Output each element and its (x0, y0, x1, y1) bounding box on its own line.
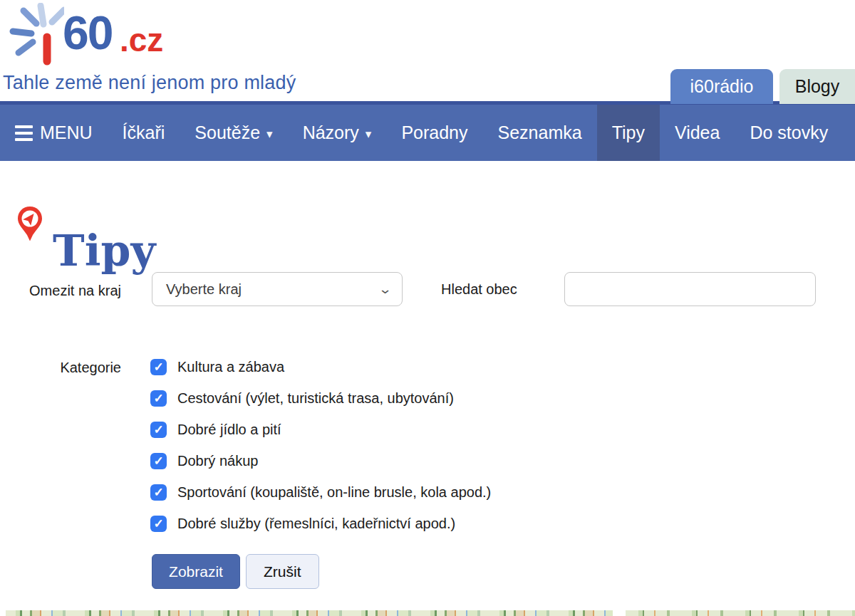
chevron-down-icon: ▾ (266, 127, 273, 142)
category-label: Dobré jídlo a pití (177, 421, 281, 438)
category-label: Sportování (koupaliště, on-line brusle, … (177, 484, 491, 501)
town-label: Hledat obec (441, 281, 517, 298)
category-row[interactable]: ✓ Dobré služby (řemeslníci, kadeřnictví … (150, 515, 491, 532)
main-navigation: MENU Íčkaři Soutěže ▾ Názory ▾ Poradny S… (0, 101, 855, 161)
nav-item-nazory[interactable]: Názory ▾ (288, 105, 387, 161)
nav-item-label: Seznamka (498, 122, 582, 143)
nav-item-poradny[interactable]: Poradny (386, 105, 482, 161)
site-tagline: Tahle země není jenom pro mladý (3, 72, 296, 94)
map-thumbnail-strip-right (626, 610, 855, 616)
category-row[interactable]: ✓ Dobrý nákup (150, 452, 491, 469)
hamburger-icon (15, 125, 33, 141)
checkbox-checked-icon[interactable]: ✓ (150, 484, 167, 501)
category-label: Cestování (výlet, turistická trasa, ubyt… (177, 390, 454, 407)
page: 60 .cz Tahle země není jenom pro mladý i… (0, 0, 855, 616)
category-label: Dobré služby (řemeslníci, kadeřnictví ap… (177, 515, 455, 532)
logo-text-60: 60 (63, 4, 112, 61)
nav-item-label: MENU (40, 122, 93, 143)
checkbox-checked-icon[interactable]: ✓ (150, 422, 167, 438)
page-title: Tipy (53, 225, 155, 276)
map-thumbnail-strip-left (6, 610, 613, 616)
nav-item-label: Poradny (401, 122, 467, 143)
nav-item-label: Do stovky (750, 122, 828, 143)
nav-item-videa[interactable]: Videa (660, 105, 735, 161)
nav-item-ickari[interactable]: Íčkaři (108, 105, 180, 161)
category-row[interactable]: ✓ Kultura a zábava (150, 358, 491, 375)
starburst-icon (6, 3, 64, 66)
checkbox-checked-icon[interactable]: ✓ (150, 516, 167, 532)
nav-item-seznamka[interactable]: Seznamka (483, 105, 597, 161)
categories-label: Kategorie (27, 360, 121, 376)
chevron-down-icon: ▾ (366, 127, 372, 142)
nav-item-tipy[interactable]: Tipy (597, 105, 660, 161)
category-row[interactable]: ✓ Sportování (koupaliště, on-line brusle… (150, 484, 491, 501)
logo-text-cz: .cz (120, 19, 163, 61)
chevron-down-icon: ⌄ (378, 281, 393, 297)
form-actions: Zobrazit Zrušit (152, 554, 319, 589)
nav-item-do-stovky[interactable]: Do stovky (735, 105, 843, 161)
region-select[interactable]: Vyberte kraj ⌄ (152, 272, 403, 306)
nav-item-menu[interactable]: MENU (0, 105, 108, 161)
checkbox-checked-icon[interactable]: ✓ (150, 453, 167, 469)
site-logo[interactable]: 60 .cz (6, 3, 184, 66)
nav-item-label: Názory (303, 122, 359, 143)
region-label: Omezit na kraj (27, 279, 121, 302)
nav-item-label: Videa (675, 122, 720, 143)
checkbox-checked-icon[interactable]: ✓ (150, 359, 167, 375)
category-list: ✓ Kultura a zábava ✓ Cestování (výlet, t… (150, 358, 491, 546)
category-label: Dobrý nákup (177, 452, 258, 469)
nav-item-label: Soutěže (195, 122, 260, 143)
town-search-input[interactable] (564, 272, 816, 306)
category-label: Kultura a zábava (177, 358, 284, 375)
zobrazit-button[interactable]: Zobrazit (152, 554, 240, 589)
zrusit-button[interactable]: Zrušit (246, 554, 319, 589)
nav-item-label: Tipy (612, 122, 645, 143)
tab-blogy[interactable]: Blogy (779, 69, 855, 104)
location-pin-icon (16, 205, 44, 243)
region-select-value: Vyberte kraj (166, 281, 242, 298)
checkbox-checked-icon[interactable]: ✓ (150, 390, 167, 407)
tab-i60radio[interactable]: i60rádio (670, 69, 773, 104)
category-row[interactable]: ✓ Cestování (výlet, turistická trasa, ub… (150, 390, 491, 407)
nav-item-souteze[interactable]: Soutěže ▾ (180, 105, 287, 161)
category-row[interactable]: ✓ Dobré jídlo a pití (150, 421, 491, 438)
nav-item-label: Íčkaři (123, 122, 165, 143)
